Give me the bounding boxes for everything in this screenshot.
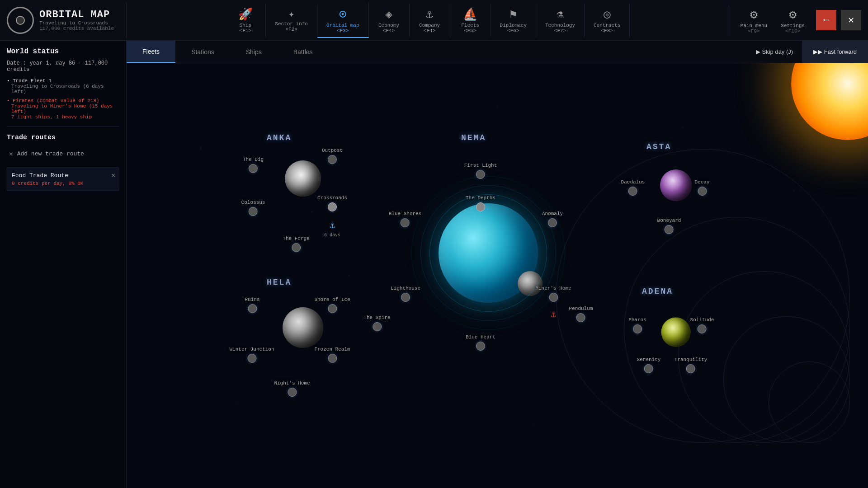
tab-battles[interactable]: Battles	[278, 41, 329, 63]
trade-route-name: Food Trade Route	[12, 172, 114, 179]
station-anomaly[interactable]: Anomaly	[542, 211, 563, 227]
hela-planet	[283, 307, 323, 348]
station-the-spire[interactable]: The Spire	[363, 315, 390, 331]
station-the-depths[interactable]: The Depths	[466, 195, 495, 211]
anchor-on-map: ⚓	[551, 309, 556, 320]
section-divider	[7, 127, 119, 127]
nav-right-controls: ⚙ Main menu <F9> ⚙ Settings <F10> ← ✕	[729, 5, 868, 36]
nav-orbital-map[interactable]: ⊙ Orbital map<F3>	[317, 3, 369, 38]
station-boneyard[interactable]: Boneyard	[657, 218, 681, 234]
station-first-light[interactable]: First Light	[464, 163, 497, 179]
nav-contracts[interactable]: ◎ Contracts<F8>	[585, 4, 630, 37]
nav-fleets[interactable]: ⛵ Fleets<F5>	[450, 4, 491, 37]
left-panel: World status Date : year 1, day 86 – 117…	[0, 41, 127, 488]
station-outpost[interactable]: Outpost	[322, 148, 343, 164]
station-frozen-realm[interactable]: Frozen Realm	[314, 347, 350, 363]
date-line: Date : year 1, day 86 – 117,000 credits	[7, 60, 119, 73]
fleet-pirates: • Pirates (Combat value of 218) Travelin…	[7, 98, 119, 120]
contracts-icon: ◎	[604, 7, 611, 22]
world-status-section: World status Date : year 1, day 86 – 117…	[7, 47, 119, 120]
sector-hela: HELA	[267, 278, 292, 287]
logo-icon	[7, 7, 34, 34]
station-colossus[interactable]: Colossus	[241, 200, 265, 216]
nav-sector-info[interactable]: ✦ Sector info<F2>	[266, 5, 317, 36]
logo-text: ORBITAL MAP Traveling to Crossroads 117,…	[39, 9, 114, 31]
economy-icon: ◈	[385, 7, 392, 22]
sector-nema: NEMA	[461, 133, 486, 142]
fleets-icon: ⛵	[463, 7, 477, 22]
settings-button[interactable]: ⚙ Settings <F10>	[776, 5, 809, 36]
station-shore-of-ice[interactable]: Shore of Ice	[314, 297, 350, 313]
ship-on-map: ⚓	[330, 220, 335, 231]
station-the-dig[interactable]: The Dig	[243, 157, 264, 173]
tab-ships[interactable]: Ships	[230, 41, 278, 63]
station-blue-shores[interactable]: Blue Shores	[389, 211, 422, 227]
station-pharos[interactable]: Pharos	[628, 317, 646, 333]
app-credits: 117,000 credits available	[39, 26, 114, 31]
trade-route-stats: 0 credits per day, 0% OK	[12, 181, 114, 186]
station-blue-heart[interactable]: Blue Heart	[466, 334, 495, 351]
fleet-1: • Trade Fleet 1 Traveling to Crossroads …	[7, 78, 119, 94]
trade-route-card: Food Trade Route 0 credits per day, 0% O…	[7, 167, 119, 191]
station-decay[interactable]: Decay	[694, 179, 709, 196]
adena-planet	[661, 318, 691, 347]
tab-stations[interactable]: Stations	[175, 41, 230, 63]
station-nights-home[interactable]: Night's Home	[274, 380, 310, 397]
main-menu-button[interactable]: ⚙ Main menu <F9>	[736, 5, 772, 36]
nav-economy[interactable]: ◈ Economy<F4>	[369, 4, 410, 37]
main-planet-nema	[439, 203, 538, 303]
ship-icon: 🚀	[238, 7, 253, 22]
orbital-map: ANKA NEMA ASTA HELA ADENA The Dig Outpos…	[127, 63, 868, 488]
trade-routes-title: Trade routes	[7, 134, 119, 141]
station-winter-junction[interactable]: Winter Junction	[229, 347, 274, 363]
station-pendulum[interactable]: Pendulum	[569, 306, 593, 322]
orbital-map-icon: ⊙	[339, 6, 347, 22]
sector-asta: ASTA	[646, 142, 671, 151]
add-trade-route-button[interactable]: ✳ Add new trade route	[7, 147, 119, 160]
nav-company[interactable]: ⚓ Company<F4>	[410, 4, 450, 37]
station-miners-home[interactable]: Miner's Home	[535, 286, 571, 302]
company-icon: ⚓	[426, 7, 433, 22]
station-ruins[interactable]: Ruins	[245, 297, 259, 313]
main-tabs: Fleets Stations Ships Battles ▶ Skip day…	[127, 41, 868, 63]
station-lighthouse[interactable]: Lighthouse	[391, 286, 420, 302]
back-button[interactable]: ←	[816, 10, 836, 30]
nav-ship[interactable]: 🚀 Ship<F1>	[225, 4, 266, 37]
trade-routes-section: Trade routes ✳ Add new trade route Food …	[7, 134, 119, 191]
trade-route-close-button[interactable]: ✕	[112, 171, 115, 179]
app-title: ORBITAL MAP	[39, 9, 114, 20]
logo-area: ORBITAL MAP Traveling to Crossroads 117,…	[0, 2, 127, 38]
nav-icons: 🚀 Ship<F1> ✦ Sector info<F2> ⊙ Orbital m…	[127, 3, 729, 38]
nav-technology[interactable]: ⚗ Technology<F7>	[536, 4, 585, 37]
nav-diplomacy[interactable]: ⚑ Diplomacy<F6>	[491, 4, 536, 37]
main-menu-icon: ⚙	[750, 7, 758, 22]
station-tranquility[interactable]: Tranquility	[675, 357, 708, 373]
skip-day-button[interactable]: ▶ Skip day (J)	[747, 44, 802, 60]
asta-planet	[660, 169, 692, 201]
settings-icon: ⚙	[789, 7, 797, 22]
world-status-title: World status	[7, 47, 119, 56]
technology-icon: ⚗	[557, 7, 564, 22]
app-subtitle: Traveling to Crossroads	[39, 20, 114, 26]
sector-info-icon: ✦	[288, 8, 294, 20]
station-the-forge[interactable]: The Forge	[283, 236, 309, 252]
sector-anka: ANKA	[267, 133, 292, 142]
station-crossroads[interactable]: Crossroads	[317, 195, 347, 211]
station-serenity[interactable]: Serenity	[637, 357, 661, 373]
ship-days-label: 6 days	[324, 233, 340, 238]
sun	[791, 63, 868, 140]
tab-fleets[interactable]: Fleets	[127, 41, 175, 63]
close-button[interactable]: ✕	[841, 10, 861, 30]
anka-planet	[285, 160, 321, 197]
station-daedalus[interactable]: Daedalus	[621, 179, 645, 196]
fast-forward-button[interactable]: ▶▶ Fast forward	[802, 41, 868, 63]
diplomacy-icon: ⚑	[509, 7, 517, 22]
top-navigation: ORBITAL MAP Traveling to Crossroads 117,…	[0, 0, 868, 41]
station-solitude[interactable]: Solitude	[690, 317, 714, 333]
add-icon: ✳	[9, 149, 14, 158]
logo-inner-circle	[16, 16, 25, 25]
